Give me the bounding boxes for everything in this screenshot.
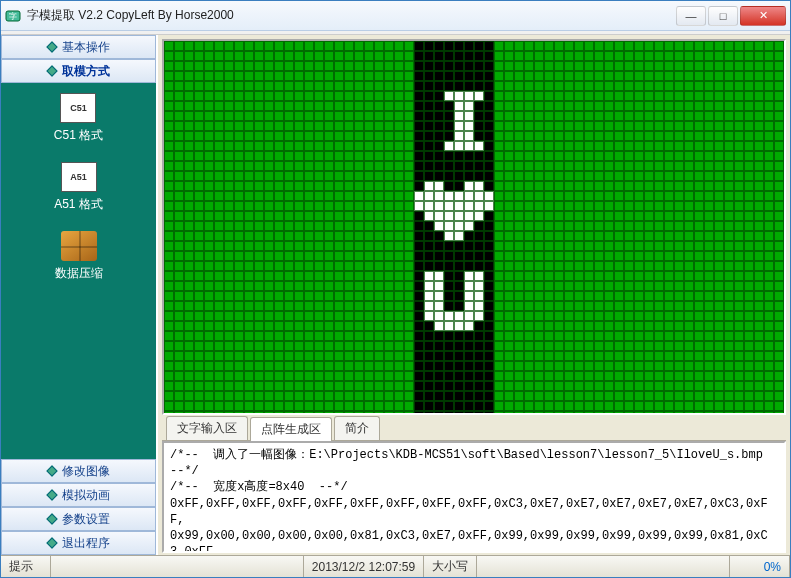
sidebar-body: C51 C51 格式 A51 A51 格式 数据压缩 xyxy=(1,83,156,459)
window-title: 字模提取 V2.2 CopyLeft By Horse2000 xyxy=(27,7,674,24)
sidebar-item-label: C51 格式 xyxy=(54,127,103,144)
sidebar-item-compress[interactable]: 数据压缩 xyxy=(55,231,103,282)
status-datetime: 2013/12/2 12:07:59 xyxy=(304,556,424,577)
window-buttons: — □ ✕ xyxy=(674,6,786,26)
sidebar-item-a51[interactable]: A51 A51 格式 xyxy=(54,162,103,213)
sidebar-group-exit[interactable]: 退出程序 xyxy=(1,531,156,555)
diamond-icon xyxy=(46,489,57,500)
status-spacer2 xyxy=(477,556,730,577)
c51-icon: C51 xyxy=(60,93,96,123)
pixel-canvas-wrap[interactable] xyxy=(162,39,786,415)
diamond-icon xyxy=(46,65,57,76)
main-area: 文字输入区 点阵生成区 简介 /*-- 调入了一幅图像：E:\Projects\… xyxy=(158,35,790,555)
sidebar-group-label: 模拟动画 xyxy=(62,487,110,504)
svg-text:字: 字 xyxy=(9,12,17,21)
close-button[interactable]: ✕ xyxy=(740,6,786,26)
maximize-button[interactable]: □ xyxy=(708,6,738,26)
diamond-icon xyxy=(46,465,57,476)
sidebar-group-label: 基本操作 xyxy=(62,39,110,56)
pixel-canvas[interactable] xyxy=(164,41,784,415)
sidebar-group-label: 参数设置 xyxy=(62,511,110,528)
sidebar-group-basic[interactable]: 基本操作 xyxy=(1,35,156,59)
diamond-icon xyxy=(46,513,57,524)
sidebar-group-label: 取模方式 xyxy=(62,63,110,80)
sidebar-group-label: 修改图像 xyxy=(62,463,110,480)
status-hint: 提示 xyxy=(1,556,51,577)
sidebar: 基本操作 取模方式 C51 C51 格式 A51 A51 格式 数据压缩 修改图… xyxy=(1,35,158,555)
diamond-icon xyxy=(46,41,57,52)
tab-text-input[interactable]: 文字输入区 xyxy=(166,416,248,440)
app-icon: 字 xyxy=(5,8,21,24)
tab-about[interactable]: 简介 xyxy=(334,416,380,440)
sidebar-item-label: A51 格式 xyxy=(54,196,103,213)
sidebar-item-c51[interactable]: C51 C51 格式 xyxy=(54,93,103,144)
output-textarea[interactable]: /*-- 调入了一幅图像：E:\Projects\KDB-MCS51\soft\… xyxy=(162,441,786,553)
status-percent: 0% xyxy=(730,556,790,577)
sidebar-group-label: 退出程序 xyxy=(62,535,110,552)
status-spacer xyxy=(51,556,304,577)
workspace: 基本操作 取模方式 C51 C51 格式 A51 A51 格式 数据压缩 修改图… xyxy=(1,35,790,555)
tab-dot-matrix[interactable]: 点阵生成区 xyxy=(250,417,332,441)
sidebar-group-settings[interactable]: 参数设置 xyxy=(1,507,156,531)
statusbar: 提示 2013/12/2 12:07:59 大小写 0% xyxy=(1,555,790,577)
box-icon xyxy=(61,231,97,261)
bottom-panel: 文字输入区 点阵生成区 简介 /*-- 调入了一幅图像：E:\Projects\… xyxy=(162,419,786,553)
sidebar-group-anim[interactable]: 模拟动画 xyxy=(1,483,156,507)
status-caps: 大小写 xyxy=(424,556,477,577)
sidebar-item-label: 数据压缩 xyxy=(55,265,103,282)
titlebar: 字 字模提取 V2.2 CopyLeft By Horse2000 — □ ✕ xyxy=(1,1,790,31)
diamond-icon xyxy=(46,537,57,548)
a51-icon: A51 xyxy=(61,162,97,192)
sidebar-group-mode[interactable]: 取模方式 xyxy=(1,59,156,83)
minimize-button[interactable]: — xyxy=(676,6,706,26)
tabs: 文字输入区 点阵生成区 简介 xyxy=(162,419,786,441)
sidebar-group-edit[interactable]: 修改图像 xyxy=(1,459,156,483)
